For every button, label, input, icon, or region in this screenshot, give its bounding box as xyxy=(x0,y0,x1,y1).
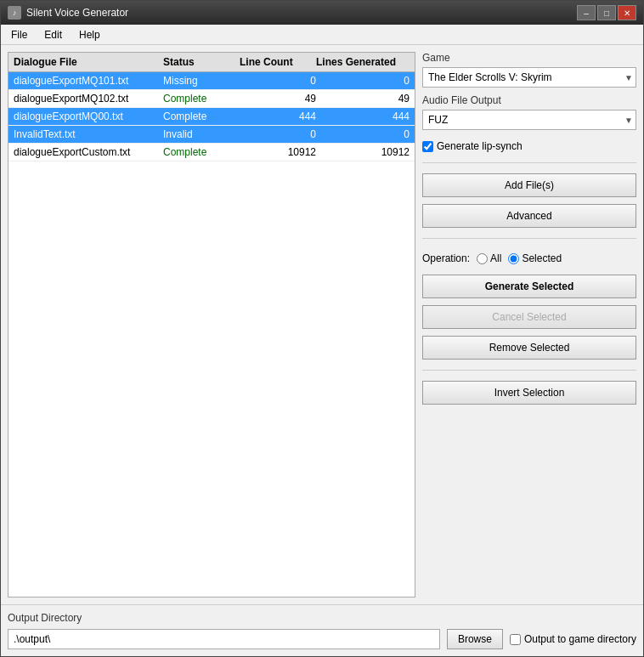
menu-file[interactable]: File xyxy=(4,27,34,42)
output-game-row: Output to game directory xyxy=(510,633,636,645)
cell-filename: dialogueExportMQ101.txt xyxy=(14,75,163,87)
menu-help[interactable]: Help xyxy=(72,27,107,42)
cell-lines-generated: 0 xyxy=(316,75,410,87)
menu-edit[interactable]: Edit xyxy=(37,27,69,42)
game-label: Game xyxy=(422,52,636,64)
audio-output-section: Audio File Output FUZ WAV XWM ▼ xyxy=(422,94,636,130)
game-section: Game The Elder Scrolls V: Skyrim ▼ xyxy=(422,52,636,88)
operation-row: Operation: All Selected xyxy=(422,252,636,264)
operation-label: Operation: xyxy=(422,252,470,264)
title-bar: ♪ Silent Voice Generator – □ ✕ xyxy=(1,1,643,25)
cell-lines-generated: 49 xyxy=(316,93,410,105)
table-body: dialogueExportMQ101.txtMissing00dialogue… xyxy=(8,72,415,597)
cell-lines-generated: 10912 xyxy=(316,146,410,158)
app-icon: ♪ xyxy=(8,6,21,20)
lip-synch-label[interactable]: Generate lip-synch xyxy=(437,140,523,152)
game-select[interactable]: The Elder Scrolls V: Skyrim xyxy=(422,67,636,88)
cell-line-count: 0 xyxy=(240,75,316,87)
cell-status: Missing xyxy=(163,75,240,87)
cell-lines-generated: 0 xyxy=(316,128,410,140)
cell-line-count: 0 xyxy=(240,128,316,140)
cell-line-count: 10912 xyxy=(240,146,316,158)
audio-output-label: Audio File Output xyxy=(422,94,636,106)
window-title: Silent Voice Generator xyxy=(26,7,128,19)
game-dropdown-wrapper: The Elder Scrolls V: Skyrim ▼ xyxy=(422,67,636,88)
output-row: Browse Output to game directory xyxy=(8,629,636,649)
cell-filename: dialogueExportMQ102.txt xyxy=(14,93,163,105)
col-line-count: Line Count xyxy=(240,56,316,68)
title-buttons: – □ ✕ xyxy=(577,5,636,20)
cell-status: Complete xyxy=(163,93,240,105)
invert-selection-button[interactable]: Invert Selection xyxy=(422,381,636,405)
bottom-bar: Output Directory Browse Output to game d… xyxy=(1,604,643,656)
app-window: ♪ Silent Voice Generator – □ ✕ File Edit… xyxy=(0,0,644,657)
generate-selected-button[interactable]: Generate Selected xyxy=(422,275,636,298)
cell-filename: dialogueExportMQ00.txt xyxy=(14,110,163,122)
output-directory-input[interactable] xyxy=(8,629,440,649)
operation-selected-label[interactable]: Selected xyxy=(508,252,562,264)
separator-1 xyxy=(422,162,636,163)
cell-lines-generated: 444 xyxy=(316,110,410,122)
maximize-button[interactable]: □ xyxy=(597,5,616,20)
close-button[interactable]: ✕ xyxy=(618,5,636,20)
table-row[interactable]: InvalidText.txtInvalid00 xyxy=(8,126,415,144)
audio-select[interactable]: FUZ WAV XWM xyxy=(422,110,636,130)
cell-line-count: 49 xyxy=(240,93,316,105)
audio-dropdown-wrapper: FUZ WAV XWM ▼ xyxy=(422,110,636,130)
operation-all-label[interactable]: All xyxy=(477,252,501,264)
lip-synch-row: Generate lip-synch xyxy=(422,140,636,152)
table-header: Dialogue File Status Line Count Lines Ge… xyxy=(8,53,415,72)
output-directory-label: Output Directory xyxy=(8,612,636,624)
output-to-game-label[interactable]: Output to game directory xyxy=(524,633,636,645)
col-status: Status xyxy=(163,56,240,68)
cancel-selected-button[interactable]: Cancel Selected xyxy=(422,305,636,329)
table-row[interactable]: dialogueExportMQ102.txtComplete4949 xyxy=(8,90,415,108)
lip-synch-checkbox[interactable] xyxy=(422,141,433,152)
separator-3 xyxy=(422,370,636,371)
col-dialogue-file: Dialogue File xyxy=(14,56,163,68)
menu-bar: File Edit Help xyxy=(1,25,643,45)
operation-all-radio[interactable] xyxy=(477,253,488,264)
operation-selected-radio[interactable] xyxy=(508,253,519,264)
browse-button[interactable]: Browse xyxy=(447,629,503,649)
table-row[interactable]: dialogueExportCustom.txtComplete10912109… xyxy=(8,144,415,161)
title-bar-left: ♪ Silent Voice Generator xyxy=(8,6,128,20)
main-content: Dialogue File Status Line Count Lines Ge… xyxy=(1,45,643,604)
right-panel: Game The Elder Scrolls V: Skyrim ▼ Audio… xyxy=(422,52,636,598)
cell-line-count: 444 xyxy=(240,110,316,122)
col-lines-generated: Lines Generated xyxy=(316,56,410,68)
advanced-button[interactable]: Advanced xyxy=(422,204,636,228)
separator-2 xyxy=(422,238,636,239)
output-to-game-checkbox[interactable] xyxy=(510,634,521,645)
minimize-button[interactable]: – xyxy=(577,5,596,20)
table-row[interactable]: dialogueExportMQ00.txtComplete444444 xyxy=(8,108,415,126)
table-row[interactable]: dialogueExportMQ101.txtMissing00 xyxy=(8,72,415,90)
cell-filename: InvalidText.txt xyxy=(14,128,163,140)
cell-status: Invalid xyxy=(163,128,240,140)
cell-status: Complete xyxy=(163,110,240,122)
cell-status: Complete xyxy=(163,146,240,158)
file-table: Dialogue File Status Line Count Lines Ge… xyxy=(8,52,415,598)
remove-selected-button[interactable]: Remove Selected xyxy=(422,336,636,360)
add-files-button[interactable]: Add File(s) xyxy=(422,173,636,197)
cell-filename: dialogueExportCustom.txt xyxy=(14,146,163,158)
